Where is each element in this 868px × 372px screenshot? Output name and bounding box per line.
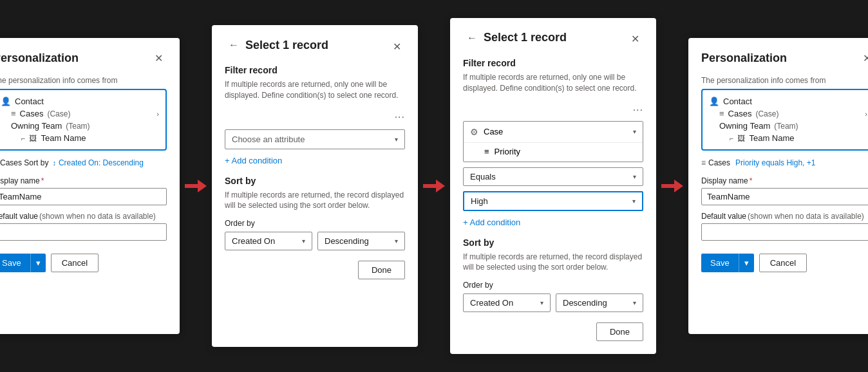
- arrow-3-shaft: [661, 184, 674, 188]
- panel3-order-direction-chevron: ▾: [633, 299, 636, 306]
- tree-owning-label: Owning Team: [11, 121, 62, 131]
- panel2-sort-title: Sort by: [225, 176, 405, 186]
- panel3-case-header[interactable]: ⚙ Case ▾: [464, 122, 643, 142]
- panel1-cancel-button[interactable]: Cancel: [51, 254, 99, 272]
- filter-prefix-4: Cases: [708, 158, 730, 167]
- tree-cases: ≡ Cases (Case) ›: [1, 107, 159, 120]
- panel3-filter-desc: If multiple records are returned, only o…: [463, 72, 643, 94]
- panel4-close-button[interactable]: ✕: [859, 51, 868, 66]
- panel4-display-name-row: Display name *: [701, 176, 868, 205]
- panel3-equals-dropdown[interactable]: Equals ▾: [463, 167, 643, 186]
- panel2-add-condition-label: + Add condition: [225, 156, 282, 165]
- tree-cases-4: ≡ Cases (Case) ›: [709, 107, 867, 120]
- panel3-value-chevron: ▾: [632, 198, 636, 205]
- panel3-add-condition[interactable]: + Add condition: [463, 218, 643, 227]
- tree-contact-label-4: Contact: [723, 97, 752, 106]
- panel2-attribute-chevron: ▾: [395, 136, 398, 143]
- panel4-filter-bar[interactable]: ≡ Cases Priority equals High, +1: [701, 158, 868, 167]
- panel2-close-button[interactable]: ✕: [389, 39, 405, 54]
- arrow-3-head: [674, 180, 683, 192]
- panel-select-record-2: ← Select 1 record ✕ Filter record If mul…: [450, 18, 656, 354]
- tree-team-name-4: ⌐ 🖼 Team Name: [709, 132, 867, 144]
- panel2-done-button[interactable]: Done: [358, 261, 405, 279]
- panel2-back-button[interactable]: ←: [225, 38, 243, 52]
- dots-menu-2[interactable]: ···: [395, 111, 405, 123]
- tree-teamname-icon-4: ⌐: [730, 135, 733, 142]
- list-icon-4: ≡: [719, 109, 724, 118]
- panel4-title: Personalization: [701, 51, 787, 65]
- panel3-order-by-dropdown[interactable]: Created On ▾: [463, 293, 551, 312]
- arrow-1: [180, 180, 212, 192]
- panel2-dots-row: ···: [225, 111, 405, 123]
- display-name-input-1[interactable]: [0, 188, 167, 205]
- panel3-value-label: High: [471, 196, 488, 206]
- filter-link-1[interactable]: Created On: Descending: [59, 158, 144, 167]
- panel4-save-group: Save ▾: [701, 254, 754, 272]
- panel4-default-value-row: Default value (shown when no data is ava…: [701, 212, 868, 241]
- panel1-tree-box: 👤 Contact ≡ Cases (Case) › Owning Team (…: [0, 89, 167, 151]
- sort-icon-1: ↕: [52, 159, 56, 167]
- panel3-order-direction-value: Descending: [563, 298, 607, 308]
- panel1-header: Personalization ✕: [0, 51, 167, 66]
- filter-link-4[interactable]: Priority equals High, +1: [735, 158, 815, 167]
- panel1-display-name-label: Display name *: [0, 176, 167, 185]
- panel4-save-button[interactable]: Save: [701, 254, 739, 272]
- panel3-order-row: Created On ▾ Descending ▾: [463, 293, 643, 312]
- panel2-title: Select 1 record: [245, 39, 328, 52]
- panel3-title-row: ← Select 1 record: [463, 31, 567, 45]
- panel4-cancel-button[interactable]: Cancel: [759, 254, 807, 272]
- display-name-input-4[interactable]: [701, 188, 868, 205]
- panel1-filter-bar[interactable]: ≡ Cases Sort by ↕ Created On: Descending: [0, 158, 167, 167]
- panel2-add-condition[interactable]: + Add condition: [225, 156, 405, 165]
- panel3-sort-desc: If multiple records are returned, the re…: [463, 252, 643, 274]
- panel2-sort-desc: If multiple records are returned, the re…: [225, 190, 405, 212]
- tree-cases-chevron: ›: [156, 110, 159, 118]
- dots-menu-3[interactable]: ···: [633, 104, 643, 116]
- panel2-attribute-select[interactable]: Choose an attribute ▾: [225, 129, 405, 149]
- panel1-btn-row: Save ▾ Cancel: [0, 254, 167, 272]
- panel1-info-label: The personalization info comes from: [0, 76, 167, 85]
- panel3-case-label: Case: [484, 127, 503, 136]
- panel4-default-sub: (shown when no data is available): [748, 212, 864, 221]
- tree-contact-label: Contact: [15, 97, 44, 106]
- panel3-done-button[interactable]: Done: [596, 322, 643, 341]
- panel3-equals-chevron: ▾: [633, 173, 636, 180]
- panel2-order-by-dropdown[interactable]: Created On ▾: [225, 232, 312, 250]
- list-icon-3: ≡: [484, 147, 489, 156]
- panel3-case-chevron: ▾: [633, 128, 636, 135]
- contact-icon: 👤: [1, 97, 11, 106]
- panel4-save-arrow[interactable]: ▾: [739, 254, 754, 272]
- tree-owning-team: Owning Team (Team): [1, 120, 159, 132]
- table-icon-4: 🖼: [737, 134, 745, 143]
- arrow-1-head: [198, 180, 207, 192]
- panel3-back-button[interactable]: ←: [463, 31, 481, 45]
- tree-contact-4: 👤 Contact: [709, 95, 867, 107]
- panel1-save-arrow[interactable]: ▾: [30, 254, 46, 272]
- panel2-filter-desc: If multiple records are returned, only o…: [225, 79, 405, 101]
- arrow-2-shaft: [423, 184, 436, 188]
- panel-personalization-2: Personalization ✕ The personalization in…: [688, 38, 868, 334]
- default-value-input-4[interactable]: [701, 223, 868, 241]
- panel3-filter-title: Filter record: [463, 58, 643, 68]
- panel3-order-by-label: Order by: [463, 281, 643, 290]
- arrow-3-graphic: [661, 180, 683, 192]
- table-icon: 🖼: [29, 134, 37, 143]
- panel3-title: Select 1 record: [484, 31, 567, 44]
- default-value-input-1[interactable]: [0, 223, 167, 241]
- panel3-order-direction-dropdown[interactable]: Descending ▾: [556, 293, 643, 312]
- required-star-4: *: [750, 176, 753, 185]
- tree-teamname-label: Team Name: [41, 133, 86, 143]
- arrow-1-shaft: [185, 184, 198, 188]
- panel2-order-direction-dropdown[interactable]: Descending ▾: [317, 232, 405, 250]
- panel1-default-label: Default value (shown when no data is ava…: [0, 212, 167, 221]
- panel1-close-button[interactable]: ✕: [151, 51, 167, 66]
- panel3-value-dropdown[interactable]: High ▾: [463, 191, 643, 211]
- panel2-order-direction-chevron: ▾: [395, 237, 398, 245]
- panel3-order-by-chevron: ▾: [540, 299, 543, 306]
- panel1-save-button[interactable]: Save: [0, 254, 30, 272]
- required-star-1: *: [41, 176, 44, 185]
- panel3-close-button[interactable]: ✕: [627, 32, 643, 46]
- panel4-default-label: Default value (shown when no data is ava…: [701, 212, 868, 221]
- panel3-add-condition-label: + Add condition: [463, 218, 520, 227]
- panel4-btn-row: Save ▾ Cancel: [701, 254, 868, 272]
